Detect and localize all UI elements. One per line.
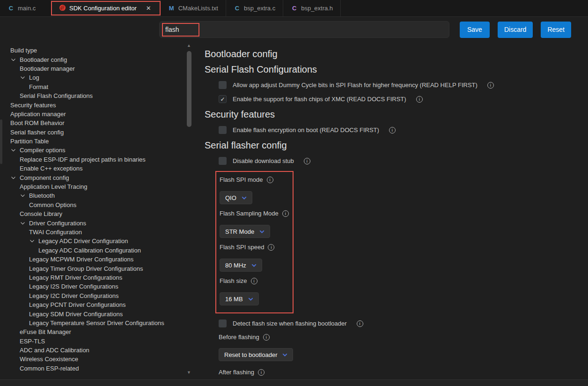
sidebar-item-label: Legacy SDM Driver Configurations [29, 311, 123, 318]
h-file-icon: C [291, 5, 298, 12]
checkbox-checked[interactable]: ✓ [219, 95, 227, 103]
checkbox-label: Detect flash size when flashing bootload… [233, 320, 347, 327]
sidebar-item-label: ADC and ADC Calibration [20, 347, 89, 354]
checkbox-unchecked[interactable] [219, 319, 227, 327]
sidebar-item-twai-configuration[interactable]: TWAI Configuration [0, 228, 192, 237]
sidebar-item-label: eFuse Bit Manager [20, 328, 71, 335]
tab-cmakelists-txt[interactable]: MCMakeLists.txt [161, 0, 226, 16]
sidebar-item-component-config[interactable]: Component config [0, 173, 192, 182]
sidebar-item-compiler-options[interactable]: Compiler options [0, 146, 192, 155]
sidebar-item-boot-rom-behavior[interactable]: Boot ROM Behavior [0, 119, 192, 127]
sidebar-item-legacy-sdm-driver-configurations[interactable]: Legacy SDM Driver Configurations [0, 309, 192, 318]
discard-button[interactable]: Discard [498, 22, 533, 38]
sidebar-item-common-esp-related[interactable]: Common ESP-related [0, 364, 192, 373]
sidebar-item-legacy-temperature-sensor-driver-configurations[interactable]: Legacy Temperature Sensor Driver Configu… [0, 319, 192, 327]
sidebar-item-label: Legacy MCPWM Driver Configurations [29, 256, 133, 263]
chevron-down-icon [29, 238, 38, 244]
tab-bsp-extra-c[interactable]: Cbsp_extra.c [226, 0, 283, 16]
chevron-down-icon [241, 195, 247, 201]
info-icon[interactable]: i [268, 244, 274, 251]
select-value: Reset to bootloader [224, 351, 277, 358]
sidebar-item-legacy-adc-driver-configuration[interactable]: Legacy ADC Driver Configuration [0, 237, 192, 245]
tab-sdk-configuration-editor[interactable]: SDK Configuration editor✕ [51, 0, 161, 16]
sidebar-item-security-features[interactable]: Security features [0, 100, 192, 109]
flash-size-select[interactable]: 16 MB [220, 292, 259, 305]
sidebar-item-label: Legacy I2S Driver Configurations [29, 283, 118, 290]
sidebar-item-label: Legacy Timer Group Driver Configurations [29, 265, 143, 272]
sidebar-item-legacy-adc-calibration-configuration[interactable]: Legacy ADC Calibration Configuration [0, 246, 192, 255]
info-icon[interactable]: i [258, 369, 265, 376]
sidebar-item-label: Build type [10, 47, 37, 54]
scroll-down-icon[interactable]: ▼ [187, 370, 191, 375]
sidebar-item-bootloader-config[interactable]: Bootloader config [0, 55, 192, 64]
sidebar-item-bootloader-manager[interactable]: Bootloader manager [0, 64, 192, 73]
setting-label: Flash Sampling Modei [220, 210, 290, 217]
info-icon[interactable]: i [416, 96, 423, 103]
sidebar-item-wireless-coexistence[interactable]: Wireless Coexistence [0, 355, 192, 364]
sidebar-item-esp-tls[interactable]: ESP-TLS [0, 337, 192, 346]
checkbox-label: Enable the support for flash chips of XM… [233, 96, 406, 103]
chevron-down-icon [259, 229, 265, 235]
sidebar-item-label: Common ESP-related [20, 365, 79, 372]
sidebar-scrollbar-thumb[interactable] [187, 51, 191, 127]
sidebar-item-application-manager[interactable]: Application manager [0, 110, 192, 119]
checkbox-unchecked[interactable] [219, 81, 227, 89]
flash-sampling-mode-select[interactable]: STR Mode [220, 225, 270, 238]
sidebar-item-partition-table[interactable]: Partition Table [0, 137, 192, 146]
sidebar-item-build-type[interactable]: Build type [0, 46, 192, 55]
sidebar-item-label: Component config [20, 174, 69, 181]
checkbox-unchecked[interactable] [219, 157, 227, 165]
checkbox-unchecked[interactable] [219, 126, 227, 134]
sidebar-item-legacy-timer-group-driver-configurations[interactable]: Legacy Timer Group Driver Configurations [0, 264, 192, 273]
chevron-down-icon [20, 193, 29, 199]
tab-main-c[interactable]: Cmain.c [0, 0, 51, 16]
before-flashing-select[interactable]: Reset to bootloader [219, 348, 293, 361]
sidebar-item-legacy-pcnt-driver-configurations[interactable]: Legacy PCNT Driver Configurations [0, 300, 192, 309]
close-icon[interactable]: ✕ [145, 4, 153, 12]
tab-label: SDK Configuration editor [69, 5, 137, 12]
tab-bsp-extra-h[interactable]: Cbsp_extra.h [283, 0, 341, 16]
scroll-up-icon[interactable]: ▲ [187, 43, 191, 48]
chevron-down-icon [251, 262, 257, 268]
info-icon[interactable]: i [263, 334, 270, 341]
sidebar-item-replace-esp-idf-and-project-paths-in-binaries[interactable]: Replace ESP-IDF and project paths in bin… [0, 155, 192, 164]
info-icon[interactable]: i [251, 278, 257, 284]
sidebar-item-log[interactable]: Log [0, 73, 192, 82]
reset-button[interactable]: Reset [541, 22, 571, 38]
sidebar-item-serial-flasher-config[interactable]: Serial flasher config [0, 128, 192, 137]
sidebar-item-bluetooth[interactable]: Bluetooth [0, 191, 192, 200]
toolbar-buttons: SaveDiscardReset [460, 22, 571, 38]
sidebar-item-enable-c-exceptions[interactable]: Enable C++ exceptions [0, 164, 192, 173]
flash-spi-speed-select[interactable]: 80 MHz [220, 259, 262, 272]
c-file-icon: C [7, 5, 15, 12]
sidebar-item-legacy-i2s-driver-configurations[interactable]: Legacy I2S Driver Configurations [0, 282, 192, 291]
search-input[interactable] [159, 21, 449, 38]
sidebar-item-application-level-tracing[interactable]: Application Level Tracing [0, 182, 192, 191]
info-icon[interactable]: i [267, 177, 273, 183]
sidebar-item-efuse-bit-manager[interactable]: eFuse Bit Manager [0, 327, 192, 336]
save-button[interactable]: Save [460, 22, 490, 38]
chevron-down-icon [248, 296, 254, 302]
info-icon[interactable]: i [389, 127, 396, 134]
settings-panel: Bootloader configSerial Flash Configurat… [192, 42, 588, 379]
flash-settings-group-annotated: Flash SPI modeiQIOFlash Sampling ModeiST… [215, 171, 294, 313]
setting-label: Flash SPI speedi [220, 244, 290, 251]
sidebar-item-label: Enable C++ exceptions [20, 165, 82, 172]
sidebar-item-legacy-rmt-driver-configurations[interactable]: Legacy RMT Driver Configurations [0, 273, 192, 282]
sidebar-item-adc-and-adc-calibration[interactable]: ADC and ADC Calibration [0, 346, 192, 355]
tab-label: main.c [18, 5, 36, 12]
flash-spi-mode-select[interactable]: QIO [220, 191, 252, 204]
info-icon[interactable]: i [282, 210, 289, 217]
sidebar-item-label: Bluetooth [29, 192, 55, 199]
sidebar-item-legacy-i2c-driver-configurations[interactable]: Legacy I2C Driver Configurations [0, 291, 192, 300]
select-value: QIO [225, 194, 236, 201]
info-icon[interactable]: i [357, 320, 363, 327]
info-icon[interactable]: i [487, 82, 494, 89]
sidebar-item-serial-flash-configurations[interactable]: Serial Flash Configurations [0, 91, 192, 100]
sidebar-item-common-options[interactable]: Common Options [0, 200, 192, 209]
sidebar-item-console-library[interactable]: Console Library [0, 209, 192, 218]
sidebar-item-legacy-mcpwm-driver-configurations[interactable]: Legacy MCPWM Driver Configurations [0, 255, 192, 264]
info-icon[interactable]: i [304, 158, 310, 164]
sidebar-item-format[interactable]: Format [0, 82, 192, 91]
sidebar-item-driver-configurations[interactable]: Driver Configurations [0, 218, 192, 227]
